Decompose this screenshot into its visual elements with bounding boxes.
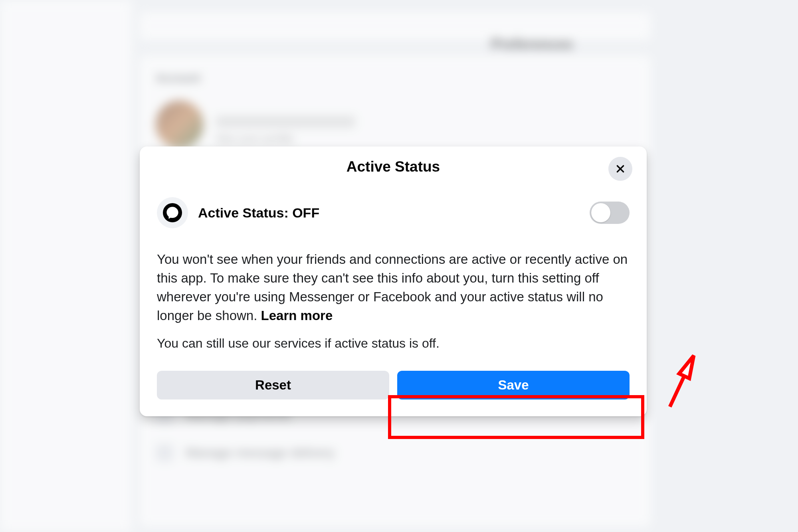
active-status-toggle[interactable]	[590, 202, 630, 224]
modal-header: Active Status	[155, 158, 632, 175]
close-button[interactable]	[608, 157, 632, 181]
bg-section-label: Account	[156, 72, 635, 85]
button-row: Reset Save	[155, 371, 632, 399]
reset-button[interactable]: Reset	[157, 371, 389, 399]
bg-manage-delivery: Manage message delivery	[156, 434, 635, 472]
messenger-icon	[163, 203, 182, 222]
sub-description-text: You can still use our services if active…	[157, 336, 440, 350]
bg-see-profile: See your profile	[216, 133, 355, 145]
bg-delivery-label: Manage message delivery	[186, 445, 335, 460]
status-label: Active Status: OFF	[198, 205, 580, 221]
delivery-icon	[156, 444, 174, 462]
save-button[interactable]: Save	[397, 371, 630, 399]
description: You won't see when your friends and conn…	[155, 250, 632, 325]
active-status-modal: Active Status Active Status: OFF You won…	[140, 146, 647, 416]
messenger-icon-wrap	[157, 197, 188, 228]
bg-avatar	[156, 101, 204, 148]
modal-title: Active Status	[155, 158, 632, 175]
bg-username	[216, 116, 355, 128]
sub-description: You can still use our services if active…	[155, 336, 632, 351]
bg-sidebar	[0, 0, 132, 532]
description-text: You won't see when your friends and conn…	[157, 252, 628, 323]
bg-header: Preferences	[140, 12, 651, 40]
bg-page-title: Preferences	[491, 36, 573, 53]
close-icon	[615, 164, 626, 174]
toggle-knob	[591, 203, 610, 222]
learn-more-link[interactable]: Learn more	[261, 308, 333, 323]
status-row: Active Status: OFF	[155, 197, 632, 228]
